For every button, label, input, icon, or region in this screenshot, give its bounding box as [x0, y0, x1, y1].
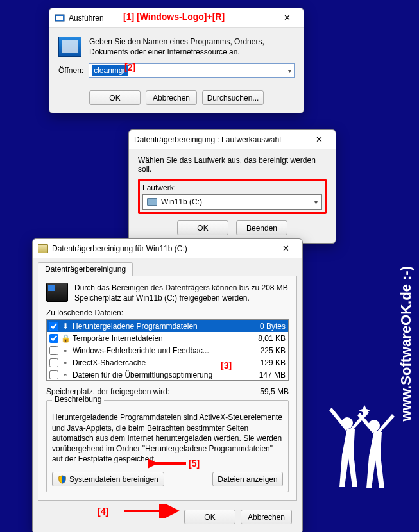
chevron-down-icon[interactable]: ▾ — [314, 199, 318, 206]
drive-select-dialog: Datenträgerbereinigung : Laufwerkauswahl… — [128, 129, 336, 244]
selected-drive: Win11b (C:) — [161, 197, 202, 206]
cleanup-dialog: Datenträgerbereinigung für Win11b (C:) ✕… — [32, 238, 303, 532]
files-listbox[interactable]: ⬇Heruntergeladene Programmdateien0 Bytes… — [46, 319, 289, 381]
file-size: 147 MB — [247, 370, 286, 379]
exit-button[interactable]: Beenden — [236, 220, 287, 235]
file-checkbox[interactable] — [49, 370, 58, 379]
file-name: DirectX-Shadercache — [73, 358, 244, 367]
space-value: 59,5 MB — [260, 387, 289, 396]
cleanup-app-icon — [38, 244, 48, 253]
files-label: Zu löschende Dateien: — [46, 308, 289, 317]
run-app-icon — [55, 13, 65, 23]
close-icon[interactable]: ✕ — [271, 240, 300, 257]
clean-system-label: Systemdateien bereinigen — [69, 475, 158, 484]
generic-icon: ▫ — [61, 358, 70, 367]
watermark-figures — [323, 404, 400, 494]
drive-combobox[interactable]: Win11b (C:) ▾ — [142, 194, 322, 210]
file-checkbox[interactable] — [49, 346, 58, 355]
command-value: cleanmgr — [92, 65, 127, 76]
close-icon[interactable]: ✕ — [273, 10, 301, 26]
file-row[interactable]: ⬇Heruntergeladene Programmdateien0 Bytes — [47, 320, 288, 332]
drive-fieldset-label: Laufwerk: — [142, 183, 322, 192]
tab-cleanup[interactable]: Datenträgerbereinigung — [38, 262, 133, 276]
file-name: Temporäre Internetdateien — [73, 334, 244, 343]
view-files-button[interactable]: Dateien anzeigen — [212, 472, 283, 486]
close-icon[interactable]: ✕ — [305, 131, 333, 148]
run-dialog: Ausführen ✕ Geben Sie den Namen eines Pr… — [49, 8, 304, 113]
annotation-3: [3] — [221, 360, 232, 370]
file-size: 129 KB — [247, 358, 286, 367]
file-size: 8,01 KB — [247, 334, 286, 343]
arrow-5 — [148, 456, 190, 470]
file-checkbox[interactable] — [49, 322, 58, 331]
drive-title: Datenträgerbereinigung : Laufwerkauswahl — [134, 135, 301, 144]
download-icon: ⬇ — [61, 322, 70, 331]
chevron-down-icon[interactable]: ▾ — [288, 67, 291, 74]
ok-button[interactable]: OK — [89, 90, 141, 105]
drive-titlebar[interactable]: Datenträgerbereinigung : Laufwerkauswahl… — [129, 130, 336, 149]
open-label: Öffnen: — [58, 66, 83, 75]
cancel-button[interactable]: Abbrechen — [146, 90, 197, 105]
run-description: Geben Sie den Namen eines Programms, Ord… — [89, 37, 295, 57]
run-large-icon — [58, 37, 81, 57]
highlight-box: Laufwerk: Win11b (C:) ▾ — [138, 179, 327, 214]
file-name: Heruntergeladene Programmdateien — [73, 322, 244, 331]
file-row[interactable]: ▫Dateien für die Übermittlungsoptimierun… — [47, 369, 288, 381]
file-row[interactable]: 🔒Temporäre Internetdateien8,01 KB — [47, 332, 288, 344]
ok-button[interactable]: OK — [177, 220, 228, 235]
annotation-4: [4] — [98, 506, 108, 517]
file-size: 225 KB — [247, 346, 286, 355]
file-row[interactable]: ▫DirectX-Shadercache129 KB — [47, 356, 288, 369]
open-combobox[interactable]: cleanmgr ▾ — [89, 63, 295, 78]
disk-icon — [147, 198, 157, 206]
file-row[interactable]: ▫Windows-Fehlerberichte und Feedbac...22… — [47, 344, 288, 356]
clean-system-files-button[interactable]: Systemdateien bereinigen — [52, 472, 164, 486]
cancel-button[interactable]: Abbrechen — [241, 510, 292, 524]
cleanup-summary: Durch das Bereinigen des Datenträgers kö… — [74, 283, 289, 303]
cleanup-titlebar[interactable]: Datenträgerbereinigung für Win11b (C:) ✕ — [33, 239, 302, 258]
cleanup-title: Datenträgerbereinigung für Win11b (C:) — [52, 244, 268, 253]
watermark-text: www.SoftwareOK.de :-) — [398, 266, 415, 421]
file-size: 0 Bytes — [247, 322, 286, 331]
file-checkbox[interactable] — [49, 334, 58, 343]
file-name: Dateien für die Übermittlungsoptimierung — [73, 370, 244, 379]
arrow-4 — [122, 504, 180, 518]
description-label: Beschreibung — [52, 395, 104, 404]
svg-rect-3 — [56, 16, 63, 20]
file-name: Windows-Fehlerberichte und Feedbac... — [73, 346, 244, 355]
disk-large-icon — [46, 283, 68, 302]
description-group: Beschreibung Heruntergeladende Programmd… — [46, 400, 289, 492]
generic-icon: ▫ — [61, 346, 70, 355]
drive-instruction: Wählen Sie das Laufwerk aus, das bereini… — [138, 156, 327, 174]
annotation-1: [1] [Windows-Logo]+[R] — [123, 12, 225, 22]
file-checkbox[interactable] — [49, 358, 58, 367]
ok-button[interactable]: OK — [184, 510, 235, 524]
annotation-2: [2] — [124, 62, 135, 72]
shield-icon — [58, 475, 67, 484]
generic-icon: ▫ — [61, 370, 70, 379]
lock-icon: 🔒 — [61, 334, 70, 343]
annotation-5: [5] — [189, 458, 200, 469]
browse-button[interactable]: Durchsuchen... — [202, 90, 264, 105]
